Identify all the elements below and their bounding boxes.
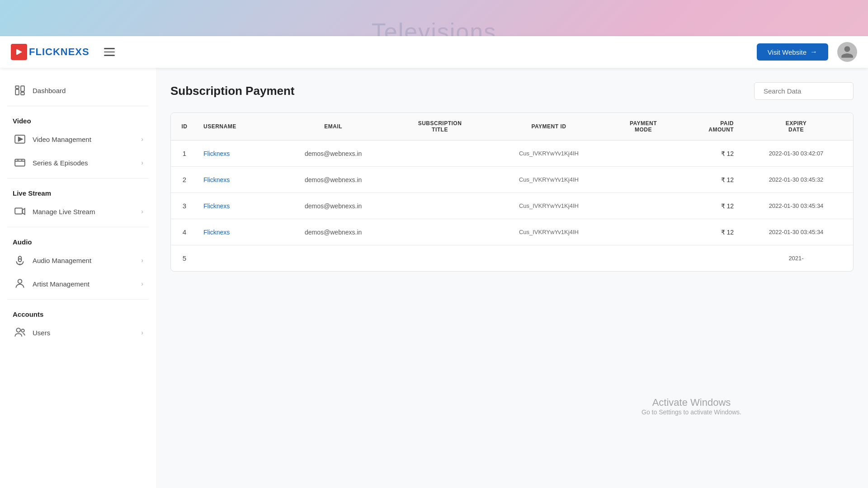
chevron-right-icon: › xyxy=(141,257,143,264)
cell-expiry-date: 2022-01-30 03:45:34 xyxy=(739,193,853,219)
cell-expiry-date: 2022-01-30 03:45:34 xyxy=(739,219,853,245)
logo: FLICKNEXS xyxy=(11,44,90,60)
cell-id: 2 xyxy=(171,167,198,193)
cell-id: 5 xyxy=(171,245,198,272)
manage-livestream-label: Manage Live Stream xyxy=(33,208,95,216)
col-expiry-date: EXPIRYDATE xyxy=(739,113,853,141)
cell-email: demos@webnexs.in xyxy=(274,219,392,245)
sidebar-item-users[interactable]: Users › xyxy=(7,321,149,344)
col-id: ID xyxy=(171,113,198,141)
users-icon xyxy=(13,325,27,340)
artist-management-label: Artist Management xyxy=(33,280,90,288)
col-payment-id: PAYMENT ID xyxy=(487,113,610,141)
svg-rect-6 xyxy=(21,92,24,94)
cell-subscription-title xyxy=(392,167,487,193)
audio-icon xyxy=(13,253,27,267)
cell-id: 3 xyxy=(171,193,198,219)
cell-paid-amount: ₹ 12 xyxy=(676,141,739,167)
svg-point-17 xyxy=(18,279,22,283)
hamburger-menu[interactable] xyxy=(104,48,115,56)
audio-management-label: Audio Management xyxy=(33,257,91,264)
col-payment-mode: PAYMENTMODE xyxy=(610,113,677,141)
series-episodes-label: Series & Episodes xyxy=(33,159,88,167)
cell-paid-amount xyxy=(676,245,739,272)
dashboard-icon xyxy=(13,83,27,98)
cell-username xyxy=(198,245,274,272)
sidebar-section-accounts: Accounts xyxy=(7,303,149,321)
main-content: Subscription Payment ID USERNAME EMAIL S… xyxy=(156,68,868,488)
svg-marker-14 xyxy=(22,209,24,215)
cell-paid-amount: ₹ 12 xyxy=(676,167,739,193)
search-input[interactable] xyxy=(754,82,854,100)
col-username: USERNAME xyxy=(198,113,274,141)
chevron-right-icon: › xyxy=(141,208,143,215)
col-subscription-title: SUBSCRIPTIONTITLE xyxy=(392,113,487,141)
cell-payment-mode xyxy=(610,219,677,245)
cell-email: demos@webnexs.in xyxy=(274,167,392,193)
cell-id: 4 xyxy=(171,219,198,245)
sidebar: Dashboard Video Video Management › Serie… xyxy=(0,68,156,488)
logo-text: FLICKNEXS xyxy=(29,46,90,58)
cell-subscription-title xyxy=(392,245,487,272)
chevron-right-icon: › xyxy=(141,136,143,143)
table-row: 2 Flicknexs demos@webnexs.in Cus_IVKRYwY… xyxy=(171,167,853,193)
avatar[interactable] xyxy=(837,42,857,62)
users-label: Users xyxy=(33,329,50,337)
table-row: 3 Flicknexs demos@webnexs.in Cus_IVKRYwY… xyxy=(171,193,853,219)
cell-username: Flicknexs xyxy=(198,167,274,193)
video-management-icon xyxy=(13,132,27,146)
table-header-row: ID USERNAME EMAIL SUBSCRIPTIONTITLE PAYM… xyxy=(171,113,853,141)
subscription-table: ID USERNAME EMAIL SUBSCRIPTIONTITLE PAYM… xyxy=(170,113,854,272)
cell-subscription-title xyxy=(392,193,487,219)
cell-expiry-date: 2022-01-30 03:42:07 xyxy=(739,141,853,167)
svg-rect-4 xyxy=(15,89,19,95)
sidebar-item-artist-management[interactable]: Artist Management › xyxy=(7,272,149,296)
cell-payment-mode xyxy=(610,193,677,219)
cell-payment-id: Cus_IVKRYwYv1Kj4IH xyxy=(487,219,610,245)
col-paid-amount: PAIDAMOUNT xyxy=(676,113,739,141)
sidebar-item-dashboard[interactable]: Dashboard xyxy=(7,79,149,102)
sidebar-section-livestream: Live Stream xyxy=(7,182,149,200)
cell-email xyxy=(274,245,392,272)
cell-payment-id xyxy=(487,245,610,272)
cell-payment-mode xyxy=(610,141,677,167)
svg-marker-8 xyxy=(19,137,23,141)
table-row: 4 Flicknexs demos@webnexs.in Cus_IVKRYwY… xyxy=(171,219,853,245)
livestream-icon xyxy=(13,204,27,219)
sidebar-section-video: Video xyxy=(7,110,149,127)
table-row: 5 2021- xyxy=(171,245,853,272)
cell-payment-mode xyxy=(610,167,677,193)
artist-icon xyxy=(13,277,27,291)
chevron-right-icon: › xyxy=(141,329,143,336)
sidebar-item-manage-livestream[interactable]: Manage Live Stream › xyxy=(7,200,149,223)
cell-username: Flicknexs xyxy=(198,193,274,219)
sidebar-item-audio-management[interactable]: Audio Management › xyxy=(7,249,149,272)
cell-payment-id: Cus_IVKRYwYv1Kj4IH xyxy=(487,193,610,219)
sidebar-item-series-episodes[interactable]: Series & Episodes › xyxy=(7,151,149,174)
svg-point-18 xyxy=(16,328,20,332)
series-icon xyxy=(13,155,27,170)
chevron-right-icon: › xyxy=(141,159,143,166)
page-title: Subscription Payment xyxy=(170,84,295,98)
cell-username: Flicknexs xyxy=(198,141,274,167)
cell-payment-id: Cus_IVKRYwYv1Kj4IH xyxy=(487,167,610,193)
col-email: EMAIL xyxy=(274,113,392,141)
visit-website-button[interactable]: Visit Website → xyxy=(757,43,828,61)
sidebar-item-video-management[interactable]: Video Management › xyxy=(7,127,149,151)
cell-paid-amount: ₹ 12 xyxy=(676,219,739,245)
dashboard-label: Dashboard xyxy=(33,87,66,94)
cell-paid-amount: ₹ 12 xyxy=(676,193,739,219)
cell-id: 1 xyxy=(171,141,198,167)
svg-rect-2 xyxy=(16,49,18,55)
header: FLICKNEXS Visit Website → xyxy=(0,36,868,68)
table-row: 1 Flicknexs demos@webnexs.in Cus_IVKRYwY… xyxy=(171,141,853,167)
cell-email: demos@webnexs.in xyxy=(274,141,392,167)
cell-email: demos@webnexs.in xyxy=(274,193,392,219)
svg-rect-3 xyxy=(15,86,19,88)
cell-subscription-title xyxy=(392,141,487,167)
svg-rect-5 xyxy=(21,86,24,91)
cell-subscription-title xyxy=(392,219,487,245)
logo-icon xyxy=(11,44,27,60)
video-management-label: Video Management xyxy=(33,136,91,143)
chevron-right-icon: › xyxy=(141,280,143,287)
